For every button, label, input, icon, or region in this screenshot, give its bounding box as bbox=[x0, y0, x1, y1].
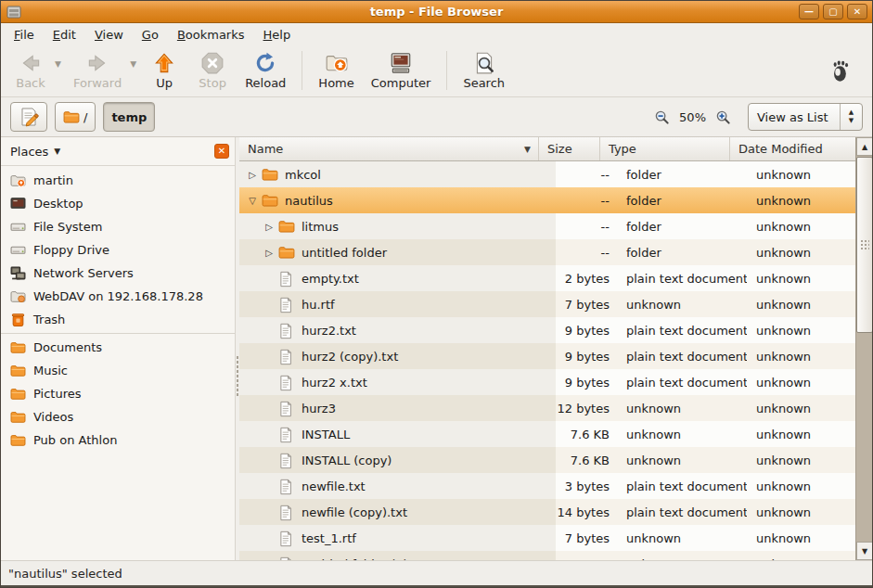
file-size: -- bbox=[556, 213, 617, 239]
file-name: INSTALL (copy) bbox=[302, 454, 392, 467]
file-date-modified: unknown bbox=[747, 265, 855, 291]
table-row[interactable]: untitled folder (2)1.7 KBunknownunknown bbox=[239, 551, 855, 560]
sidebar-item-label: WebDAV on 192.168.178.28 bbox=[33, 289, 203, 303]
network-icon bbox=[10, 265, 26, 281]
sidebar-item-desktop[interactable]: Desktop bbox=[1, 192, 235, 215]
table-row[interactable]: hurz2 (copy).txt9 bytesplain text docume… bbox=[239, 343, 855, 369]
table-row[interactable]: newfile.txt3 bytesplain text documentunk… bbox=[239, 473, 855, 499]
sidebar-item-file-system[interactable]: File System bbox=[1, 215, 235, 238]
sidebar-item-label: Music bbox=[33, 364, 68, 377]
path-button-root[interactable]: / bbox=[55, 102, 96, 132]
menu-item-go[interactable]: Go bbox=[133, 25, 168, 45]
table-row[interactable]: hurz2 x.txt9 bytesplain text documentunk… bbox=[239, 369, 855, 395]
toolbar-separator bbox=[446, 51, 447, 90]
search-button[interactable]: Search bbox=[455, 48, 513, 93]
computer-icon bbox=[389, 51, 413, 75]
maximize-button[interactable]: ▢ bbox=[823, 4, 843, 19]
sidebar-item-floppy-drive[interactable]: Floppy Drive bbox=[1, 238, 235, 262]
sidebar-item-documents[interactable]: Documents bbox=[1, 336, 235, 359]
sidebar-item-webdav-on-192-168-178-28[interactable]: WebDAV on 192.168.178.28 bbox=[1, 285, 235, 308]
view-mode-select[interactable]: View as List ▲▼ bbox=[748, 103, 863, 131]
zoom-in-icon[interactable] bbox=[715, 109, 731, 125]
sidebar-close-button[interactable]: ✕ bbox=[214, 144, 229, 159]
sidebar-item-pictures[interactable]: Pictures bbox=[1, 382, 235, 405]
titlebar[interactable]: temp - File Browser — ▢ ✕ bbox=[1, 1, 872, 23]
menubar: FileEditViewGoBookmarksHelp bbox=[1, 23, 872, 45]
chevron-down-icon: ▼ bbox=[54, 147, 60, 156]
sidebar-item-label: Floppy Drive bbox=[33, 243, 109, 257]
path-button-current[interactable]: temp bbox=[103, 102, 155, 132]
sidebar-item-music[interactable]: Music bbox=[1, 359, 235, 382]
sidebar-item-trash[interactable]: Trash bbox=[1, 308, 235, 331]
table-row[interactable]: ▷litmus--folderunknown bbox=[239, 213, 855, 239]
column-size-label: Size bbox=[547, 142, 572, 156]
column-date-label: Date Modified bbox=[738, 142, 823, 156]
sidebar-item-network-servers[interactable]: Network Servers bbox=[1, 262, 235, 285]
scroll-down-icon[interactable]: ▼ bbox=[856, 542, 873, 560]
sidebar-item-videos[interactable]: Videos bbox=[1, 405, 235, 428]
search-icon bbox=[472, 51, 496, 75]
menu-item-help[interactable]: Help bbox=[254, 25, 301, 45]
sidebar-item-martin[interactable]: martin bbox=[1, 169, 235, 192]
table-row[interactable]: ▷mkcol--folderunknown bbox=[239, 161, 855, 187]
up-button[interactable]: Up bbox=[140, 48, 188, 93]
folder-icon bbox=[278, 219, 295, 234]
file-type: unknown bbox=[617, 395, 747, 421]
folder-icon bbox=[10, 433, 26, 447]
file-size: 3 bytes bbox=[556, 473, 617, 499]
column-header-name[interactable]: Name ▼ bbox=[239, 137, 539, 160]
menu-item-edit[interactable]: Edit bbox=[44, 25, 85, 45]
file-size: 2 bytes bbox=[556, 265, 617, 291]
home-button[interactable]: Home bbox=[310, 48, 362, 93]
reload-button[interactable]: Reload bbox=[237, 48, 294, 93]
column-header-date[interactable]: Date Modified bbox=[730, 137, 855, 160]
table-row[interactable]: hurz312 bytesunknownunknown bbox=[239, 395, 855, 421]
minimize-button[interactable]: — bbox=[799, 4, 819, 19]
computer-button[interactable]: Computer bbox=[363, 48, 440, 93]
file-date-modified: unknown bbox=[747, 239, 855, 265]
statusbar: "nautilus" selected bbox=[1, 560, 872, 587]
menu-item-bookmarks[interactable]: Bookmarks bbox=[168, 25, 254, 45]
close-button[interactable]: ✕ bbox=[847, 4, 867, 19]
table-row[interactable]: INSTALL (copy)7.6 KBunknownunknown bbox=[239, 447, 855, 473]
menu-item-file[interactable]: File bbox=[5, 25, 44, 45]
expander-icon[interactable]: ▷ bbox=[262, 248, 276, 258]
expander-icon[interactable]: ▷ bbox=[262, 222, 276, 232]
table-row[interactable]: INSTALL7.6 KBunknownunknown bbox=[239, 421, 855, 447]
places-dropdown[interactable]: Places ▼ bbox=[10, 145, 60, 159]
file-size: -- bbox=[556, 187, 617, 213]
file-name: litmus bbox=[302, 220, 339, 234]
pane-resize-handle[interactable] bbox=[236, 137, 239, 560]
table-row[interactable]: empty.txt2 bytesplain text documentunkno… bbox=[239, 265, 855, 291]
file-date-modified: unknown bbox=[747, 395, 855, 421]
column-header-type[interactable]: Type bbox=[600, 137, 730, 160]
file-name: INSTALL bbox=[302, 428, 350, 441]
file-icon bbox=[278, 323, 295, 338]
table-row[interactable]: newfile (copy).txt14 bytesplain text doc… bbox=[239, 499, 855, 525]
sidebar-item-pub-on-athlon[interactable]: Pub on Athlon bbox=[1, 428, 235, 452]
table-row[interactable]: hu.rtf7 bytesunknownunknown bbox=[239, 291, 855, 317]
file-name: untitled folder bbox=[302, 246, 387, 260]
table-row[interactable]: test_1.rtf7 bytesunknownunknown bbox=[239, 525, 855, 551]
column-header-size[interactable]: Size bbox=[539, 137, 600, 160]
menu-item-view[interactable]: View bbox=[85, 25, 133, 45]
toolbar-button-label: Search bbox=[463, 76, 505, 90]
zoom-out-icon[interactable] bbox=[654, 109, 670, 125]
file-date-modified: unknown bbox=[747, 161, 855, 187]
table-row[interactable]: ▽nautilus--folderunknown bbox=[239, 187, 855, 213]
file-name: hu.rtf bbox=[302, 298, 335, 312]
vertical-scrollbar[interactable]: ▲ ▼ bbox=[855, 137, 872, 560]
places-label: Places bbox=[10, 145, 48, 159]
expander-icon[interactable]: ▽ bbox=[245, 196, 260, 206]
file-type: plain text document bbox=[617, 317, 747, 343]
expander-icon[interactable]: ▷ bbox=[245, 170, 260, 180]
edit-location-button[interactable] bbox=[10, 102, 47, 132]
file-icon bbox=[278, 349, 295, 364]
file-name: test_1.rtf bbox=[302, 531, 356, 545]
scroll-up-icon[interactable]: ▲ bbox=[856, 137, 873, 156]
table-row[interactable]: hurz2.txt9 bytesplain text documentunkno… bbox=[239, 317, 855, 343]
file-size: -- bbox=[556, 239, 617, 265]
table-row[interactable]: ▷untitled folder--folderunknown bbox=[239, 239, 855, 265]
scrollbar-thumb[interactable] bbox=[856, 157, 873, 333]
sidebar-item-label: Videos bbox=[33, 410, 73, 424]
